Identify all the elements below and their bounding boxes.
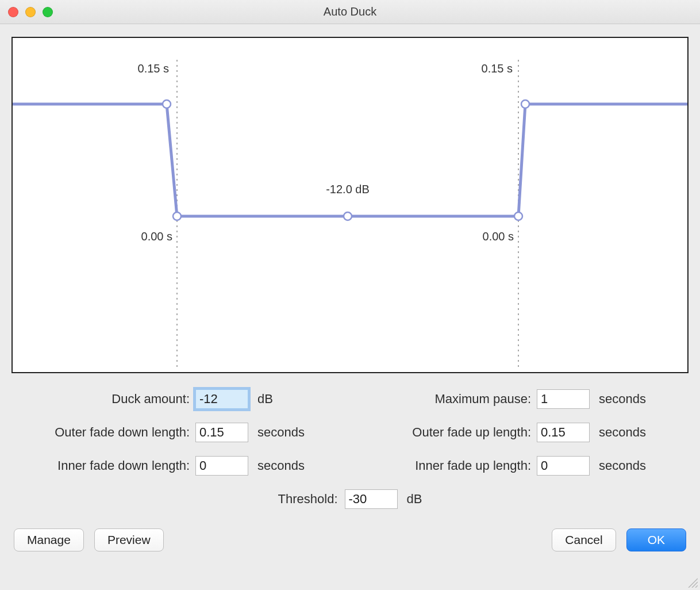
minimize-icon[interactable] (25, 7, 36, 17)
max-pause-input[interactable] (537, 389, 590, 409)
threshold-label: Threshold: (278, 492, 345, 507)
inner-fade-up-unit: seconds (590, 458, 646, 473)
inner-fade-down-handle[interactable] (173, 212, 181, 220)
duck-amount-input[interactable] (195, 389, 248, 409)
duck-amount-handle[interactable] (344, 212, 352, 220)
inner-up-label: 0.00 s (483, 230, 514, 243)
ok-button[interactable]: OK (626, 528, 686, 551)
outer-fade-up-input[interactable] (537, 423, 590, 442)
svg-line-2 (695, 585, 698, 588)
max-pause-field: Maximum pause: seconds (353, 389, 689, 409)
preview-button[interactable]: Preview (94, 528, 164, 551)
inner-fade-up-label: Inner fade up length: (353, 458, 537, 473)
inner-fade-up-handle[interactable] (514, 212, 522, 220)
threshold-field: Threshold: dB (11, 489, 689, 509)
inner-down-label: 0.00 s (141, 230, 172, 243)
inner-fade-up-input[interactable] (537, 456, 590, 476)
outer-fade-down-unit: seconds (248, 425, 305, 440)
window-title: Auto Duck (324, 5, 376, 18)
close-icon[interactable] (8, 7, 18, 17)
outer-fade-up-label: Outer fade up length: (353, 425, 537, 440)
fade-down-label: 0.15 s (138, 62, 169, 75)
inner-fade-up-field: Inner fade up length: seconds (353, 456, 689, 476)
envelope-graph[interactable]: 0.15 s 0.15 s -12.0 dB 0.00 s 0.00 s (11, 37, 689, 373)
duck-amount-unit: dB (248, 392, 273, 407)
threshold-input[interactable] (345, 489, 398, 509)
manage-button[interactable]: Manage (14, 528, 84, 551)
outer-fade-down-label: Outer fade down length: (11, 425, 195, 440)
outer-fade-up-field: Outer fade up length: seconds (353, 423, 689, 442)
button-row: Manage Preview Cancel OK (0, 528, 700, 564)
envelope-line (13, 104, 687, 216)
fade-up-label: 0.15 s (482, 62, 513, 75)
duck-db-label: -12.0 dB (326, 183, 370, 196)
outer-fade-down-input[interactable] (195, 423, 248, 442)
duck-amount-field: Duck amount: dB (11, 389, 347, 409)
inner-fade-down-label: Inner fade down length: (11, 458, 195, 473)
outer-fade-up-unit: seconds (590, 425, 646, 440)
titlebar: Auto Duck (0, 0, 700, 24)
inner-fade-down-unit: seconds (248, 458, 305, 473)
zoom-icon[interactable] (43, 7, 53, 17)
cancel-button[interactable]: Cancel (552, 528, 616, 551)
outer-fade-up-handle[interactable] (521, 100, 529, 108)
max-pause-label: Maximum pause: (353, 392, 537, 407)
duck-amount-label: Duck amount: (11, 392, 195, 407)
outer-fade-down-handle[interactable] (163, 100, 171, 108)
resize-grip-icon[interactable] (686, 576, 698, 588)
inner-fade-down-input[interactable] (195, 456, 248, 476)
threshold-unit: dB (398, 492, 422, 507)
inner-fade-down-field: Inner fade down length: seconds (11, 456, 347, 476)
max-pause-unit: seconds (590, 392, 646, 407)
parameter-form: Duck amount: dB Maximum pause: seconds O… (11, 389, 689, 509)
outer-fade-down-field: Outer fade down length: seconds (11, 423, 347, 442)
window-controls (8, 7, 53, 17)
